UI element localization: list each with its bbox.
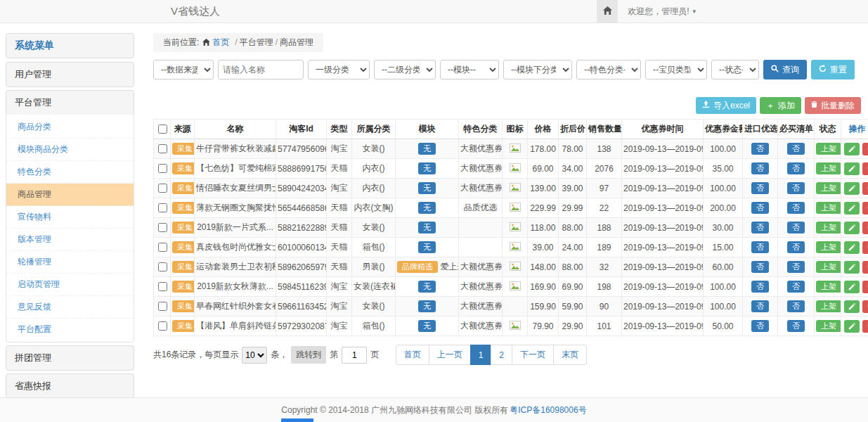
jump-page-input[interactable]	[342, 347, 367, 364]
page-button[interactable]: 末页	[553, 345, 587, 365]
row-checkbox[interactable]	[158, 184, 167, 193]
status-badge[interactable]: 上架	[816, 182, 841, 194]
sidebar-subitem[interactable]: 版本管理	[6, 229, 134, 251]
filter-select[interactable]: --特色分类--	[576, 60, 641, 79]
filter-select[interactable]: --宝贝类型--	[645, 60, 707, 79]
delete-button[interactable]	[862, 281, 868, 293]
add-button[interactable]: ＋ 添加	[760, 97, 801, 114]
import-select-badge[interactable]: 否	[751, 320, 769, 332]
must-buy-badge[interactable]: 否	[787, 182, 805, 194]
row-checkbox[interactable]	[158, 282, 167, 291]
jump-button[interactable]: 跳转到	[291, 346, 326, 364]
edit-button[interactable]	[844, 320, 860, 333]
delete-button[interactable]	[862, 202, 868, 215]
edit-button[interactable]	[844, 222, 860, 234]
page-button[interactable]: 下一页	[512, 345, 554, 365]
delete-button[interactable]	[862, 300, 868, 313]
filter-select[interactable]: --模块下分类--	[503, 60, 572, 79]
edit-button[interactable]	[844, 202, 860, 215]
sidebar-item[interactable]: 用户管理	[6, 62, 134, 87]
per-page-select[interactable]: 10	[242, 347, 267, 364]
row-checkbox[interactable]	[158, 302, 167, 311]
must-buy-badge[interactable]: 否	[787, 143, 805, 155]
import-select-badge[interactable]: 否	[751, 222, 769, 234]
import-select-badge[interactable]: 否	[751, 241, 769, 253]
name-search-input[interactable]	[218, 60, 304, 79]
import-select-badge[interactable]: 否	[751, 143, 769, 155]
status-badge[interactable]: 上架	[816, 162, 841, 174]
delete-button[interactable]	[862, 241, 868, 254]
status-badge[interactable]: 上架	[816, 222, 841, 234]
row-checkbox[interactable]	[158, 144, 167, 153]
filter-select[interactable]: --状态--	[711, 60, 759, 79]
import-select-badge[interactable]: 否	[751, 261, 769, 273]
must-buy-badge[interactable]: 否	[787, 281, 805, 293]
edit-button[interactable]	[844, 281, 860, 293]
sidebar-item[interactable]: 省惠快报	[6, 373, 134, 399]
filter-select-source[interactable]: --数据来源--	[153, 60, 214, 79]
row-checkbox[interactable]	[158, 203, 167, 212]
user-menu[interactable]: 欢迎您，管理员! ▾	[628, 6, 696, 18]
status-badge[interactable]: 上架	[816, 281, 841, 293]
row-checkbox[interactable]	[158, 262, 167, 271]
import-select-badge[interactable]: 否	[751, 202, 769, 214]
edit-button[interactable]	[844, 143, 860, 155]
row-checkbox[interactable]	[158, 223, 167, 232]
import-select-badge[interactable]: 否	[751, 182, 769, 194]
delete-button[interactable]	[862, 143, 868, 155]
must-buy-badge[interactable]: 否	[787, 162, 805, 174]
edit-button[interactable]	[844, 162, 860, 175]
reset-button[interactable]: 重置	[811, 60, 855, 79]
status-badge[interactable]: 上架	[816, 300, 841, 312]
delete-button[interactable]	[862, 320, 868, 333]
sidebar-subitem[interactable]: 模块商品分类	[6, 139, 134, 161]
sidebar-subitem[interactable]: 启动页管理	[6, 274, 134, 296]
filter-select[interactable]: 一级分类	[308, 60, 370, 79]
import-excel-button[interactable]: 导入excel	[696, 97, 756, 114]
page-button[interactable]: 上一页	[429, 345, 471, 365]
filter-select[interactable]: --二级分类--	[374, 60, 436, 79]
page-button[interactable]: 2	[491, 345, 512, 365]
filter-select[interactable]: --模块--	[440, 60, 499, 79]
must-buy-badge[interactable]: 否	[787, 300, 805, 312]
status-badge[interactable]: 上架	[816, 261, 841, 273]
sidebar-subitem[interactable]: 宣传物料	[6, 206, 134, 229]
must-buy-badge[interactable]: 否	[787, 202, 805, 214]
must-buy-badge[interactable]: 否	[787, 261, 805, 273]
import-select-badge[interactable]: 否	[751, 281, 769, 293]
home-nav-button[interactable]	[597, 0, 618, 23]
batch-delete-button[interactable]: 批量删除	[805, 97, 861, 114]
status-badge[interactable]: 上架	[816, 320, 841, 332]
page-button[interactable]: 首页	[396, 345, 429, 365]
delete-button[interactable]	[862, 162, 868, 175]
delete-button[interactable]	[862, 222, 868, 234]
status-badge[interactable]: 上架	[816, 241, 841, 253]
delete-button[interactable]	[862, 182, 868, 195]
edit-button[interactable]	[844, 241, 860, 254]
status-badge[interactable]: 上架	[816, 143, 841, 155]
row-checkbox[interactable]	[158, 164, 167, 173]
sidebar-subitem[interactable]: 平台配置	[6, 319, 134, 340]
edit-button[interactable]	[844, 182, 860, 195]
select-all-checkbox[interactable]	[158, 124, 167, 134]
edit-button[interactable]	[844, 300, 860, 313]
page-button[interactable]: 1	[470, 345, 492, 365]
row-checkbox[interactable]	[158, 321, 167, 331]
sidebar-subitem[interactable]: 特色分类	[6, 161, 134, 184]
must-buy-badge[interactable]: 否	[787, 241, 805, 253]
must-buy-badge[interactable]: 否	[787, 222, 805, 234]
sidebar-item[interactable]: 平台管理	[6, 90, 134, 115]
sidebar-subitem[interactable]: 商品分类	[6, 116, 134, 139]
sidebar-subitem[interactable]: 轮播管理	[6, 251, 134, 274]
import-select-badge[interactable]: 否	[751, 162, 769, 174]
edit-button[interactable]	[844, 261, 860, 274]
search-button[interactable]: 查询	[763, 60, 807, 79]
icp-link[interactable]: 粤ICP备16098006号	[510, 404, 586, 416]
must-buy-badge[interactable]: 否	[787, 320, 805, 332]
row-checkbox[interactable]	[158, 243, 167, 252]
breadcrumb-home-link[interactable]: 首页	[202, 37, 229, 49]
sidebar-subitem[interactable]: 意见反馈	[6, 296, 134, 319]
delete-button[interactable]	[862, 261, 868, 274]
sidebar-item[interactable]: 拼团管理	[6, 345, 134, 371]
import-select-badge[interactable]: 否	[751, 300, 769, 312]
